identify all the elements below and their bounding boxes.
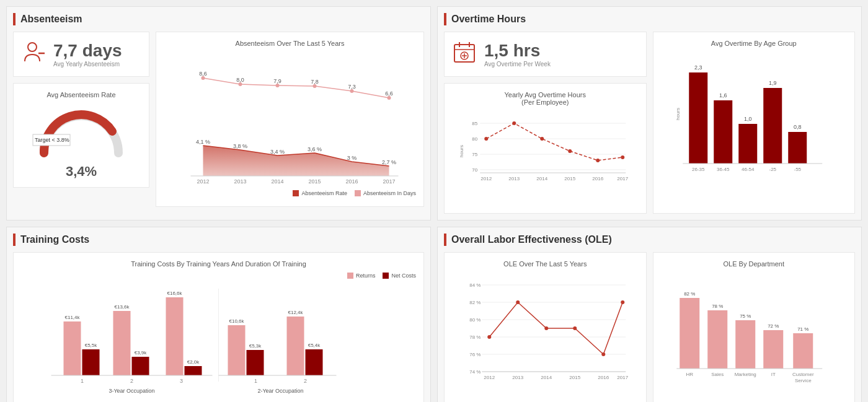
bar-2yr-2-net	[306, 349, 323, 375]
svg-text:71 %: 71 %	[797, 326, 808, 332]
bar-2yr-2-returns	[287, 317, 304, 375]
svg-text:2015: 2015	[308, 178, 321, 185]
svg-text:€2,0k: €2,0k	[187, 359, 200, 365]
ole-content: OLE Over The Last 5 Years 84 % 82 % 80 %…	[444, 252, 855, 402]
svg-text:1: 1	[81, 378, 84, 384]
absenteeism-header-bar	[13, 13, 16, 25]
ole-title: Overall Labor Effectiveness (OLE)	[451, 234, 612, 245]
overtime-age-title: Avg Overtime By Age Group	[661, 40, 848, 47]
svg-text:78 %: 78 %	[469, 334, 480, 340]
svg-text:-55: -55	[794, 167, 801, 172]
svg-point-48	[540, 137, 544, 141]
bar-3yr-2-net	[132, 357, 149, 375]
overtime-yearly-svg: hours 85 80 75 70	[452, 111, 639, 204]
overtime-yearly-chart: Yearly Avg Overtime Hours(Per Employee) …	[444, 83, 647, 214]
svg-text:Customer: Customer	[792, 372, 813, 377]
overtime-age-chart: Avg Overtime By Age Group hours 2,3 1,6	[653, 32, 856, 214]
svg-text:€5,5k: €5,5k	[85, 343, 98, 348]
overtime-hrs-value: 1,5 hrs	[484, 41, 551, 61]
overtime-header-bar	[444, 13, 446, 25]
svg-point-106	[573, 326, 577, 330]
ole-line-title: OLE Over The Last 5 Years	[452, 260, 639, 268]
svg-text:72 %: 72 %	[768, 323, 779, 329]
svg-text:2014: 2014	[541, 375, 552, 380]
svg-text:78 %: 78 %	[712, 304, 723, 309]
svg-text:2017: 2017	[617, 176, 628, 181]
svg-text:2,7 %: 2,7 %	[382, 159, 396, 165]
person-minus-icon	[21, 40, 46, 69]
svg-point-50	[596, 159, 600, 162]
overtime-content: 1,5 hrs Avg Overtime Per Week Yearly Avg…	[444, 32, 855, 214]
absenteeism-chart-svg: 4,1 % 3,8 % 3,4 % 3,6 % 3 % 2,7 %	[164, 52, 416, 188]
training-chart-title: Training Costs By Training Years And Dur…	[21, 260, 416, 268]
absenteeism-legend: Absenteeism Rate Absenteeism In Days	[164, 190, 416, 196]
svg-text:3-Year Occupation: 3-Year Occupation	[108, 388, 154, 394]
bar-minus25	[763, 88, 782, 164]
svg-text:4,1 %: 4,1 %	[196, 139, 210, 145]
svg-point-49	[568, 149, 572, 153]
svg-text:2: 2	[130, 378, 133, 384]
svg-text:2-Year Occupation: 2-Year Occupation	[257, 388, 303, 394]
legend-days-box	[355, 190, 361, 196]
bar-36-45	[714, 100, 732, 164]
svg-text:2013: 2013	[512, 375, 523, 380]
bar-26-35	[689, 72, 707, 164]
training-chart-svg: €11,4k €5,5k €13,6k €3,9k €16,6k €2,0k 1…	[21, 282, 416, 400]
svg-text:Service: Service	[794, 378, 811, 383]
ole-line-chart: OLE Over The Last 5 Years 84 % 82 % 80 %…	[444, 252, 647, 402]
ole-bar-chart: OLE By Department 82 % 78 %	[653, 252, 856, 402]
svg-text:74 %: 74 %	[469, 369, 480, 375]
svg-point-107	[601, 352, 605, 356]
svg-text:2014: 2014	[536, 176, 547, 181]
overtime-stat-card: 1,5 hrs Avg Overtime Per Week	[444, 32, 647, 77]
gauge-value: 3,4%	[21, 164, 141, 180]
absenteeism-days-value: 7,7 days	[53, 41, 122, 61]
absenteeism-days-label: Avg Yearly Absenteeism	[53, 61, 122, 68]
bar-hr	[680, 298, 699, 369]
svg-text:2017: 2017	[383, 178, 395, 185]
svg-text:2014: 2014	[271, 178, 283, 185]
svg-text:70: 70	[472, 167, 477, 173]
bar-marketing	[735, 320, 755, 369]
ole-header-bar	[444, 234, 446, 246]
svg-text:€16,6k: €16,6k	[167, 291, 182, 296]
overtime-stat-info: 1,5 hrs Avg Overtime Per Week	[484, 41, 551, 68]
bar-customer-service	[793, 333, 813, 369]
svg-text:3,8 %: 3,8 %	[233, 143, 247, 149]
svg-text:€10,6k: €10,6k	[229, 318, 244, 324]
svg-text:-25: -25	[769, 167, 776, 172]
svg-text:hours: hours	[675, 108, 681, 120]
legend-rate: Absenteeism Rate	[293, 190, 347, 196]
bar-sales	[707, 310, 727, 369]
svg-text:6,6: 6,6	[385, 90, 393, 97]
svg-text:HR: HR	[686, 372, 693, 377]
svg-text:84 %: 84 %	[469, 282, 480, 288]
svg-point-0	[28, 43, 37, 51]
svg-text:hours: hours	[459, 145, 464, 157]
svg-text:2: 2	[304, 378, 307, 384]
svg-text:2016: 2016	[598, 375, 609, 380]
svg-text:2012: 2012	[480, 176, 492, 181]
svg-point-104	[516, 300, 520, 304]
svg-text:Target < 3.8%: Target < 3.8%	[35, 137, 69, 143]
absenteeism-left: 7,7 days Avg Yearly Absenteeism Avg Abse…	[13, 32, 149, 207]
svg-text:2016: 2016	[592, 176, 603, 181]
svg-text:36-45: 36-45	[717, 167, 730, 172]
overtime-section: Overtime Hours	[437, 6, 862, 221]
legend-returns: Returns	[347, 273, 376, 279]
svg-text:46-54: 46-54	[742, 167, 755, 172]
training-chart-card: Training Costs By Training Years And Dur…	[13, 252, 424, 402]
svg-text:€11,4k: €11,4k	[64, 315, 80, 320]
ole-bar-title: OLE By Department	[661, 260, 848, 268]
svg-point-46	[484, 137, 488, 141]
bar-3yr-3-net	[185, 366, 202, 375]
bar-3yr-1-net	[82, 349, 100, 375]
svg-point-105	[544, 326, 548, 330]
legend-returns-box	[347, 273, 353, 279]
ole-section: Overall Labor Effectiveness (OLE) OLE Ov…	[437, 227, 862, 402]
absenteeism-title: Absenteeism	[20, 14, 82, 25]
bar-minus55	[788, 132, 807, 164]
svg-text:€5,4k: €5,4k	[308, 343, 321, 348]
bar-2yr-1-returns	[228, 325, 246, 375]
svg-text:80 %: 80 %	[469, 317, 480, 323]
